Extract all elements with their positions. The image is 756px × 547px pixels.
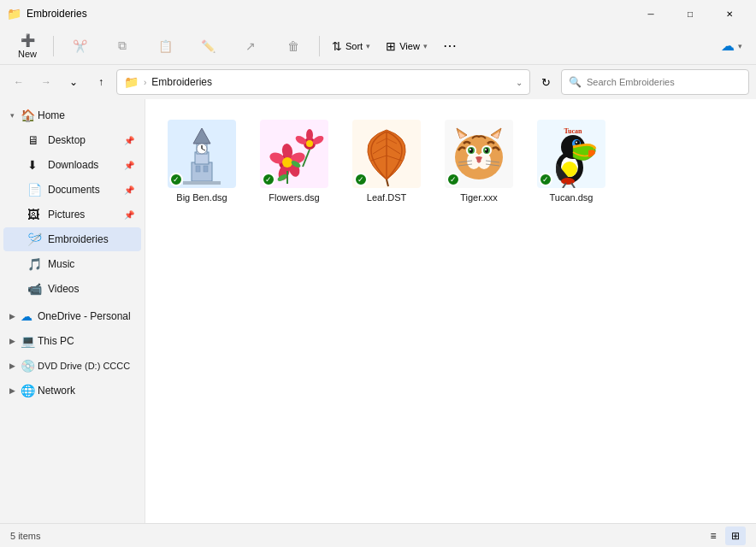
delete-button[interactable]: 🗑: [273, 31, 314, 62]
sidebar-item-downloads[interactable]: ⬇ Downloads 📌: [3, 153, 141, 177]
copy-button[interactable]: ⧉: [102, 31, 143, 62]
file-flowers[interactable]: ✓ Flowers.dsg: [251, 113, 337, 210]
maximize-button[interactable]: □: [670, 0, 710, 27]
minimize-button[interactable]: ─: [631, 0, 670, 27]
file-tucan[interactable]: Tucan ✓ Tucan.dsg: [529, 113, 614, 210]
delete-icon: 🗑: [287, 39, 299, 53]
share-icon: ↗: [245, 39, 256, 53]
sidebar-thispc-expand[interactable]: ▶ 💻 This PC: [3, 329, 141, 353]
network-expand-arrow: ▶: [7, 386, 17, 395]
home-icon: 🏠: [21, 109, 34, 122]
address-arrow-icon: ⌄: [516, 78, 523, 87]
new-label: New: [18, 49, 37, 59]
back-button[interactable]: ←: [7, 70, 31, 94]
addressbar: ← → ⌄ ↑ 📁 › Embroideries ⌄ ↻ 🔍: [0, 65, 756, 99]
svg-point-49: [470, 148, 473, 153]
app-title: Embroideries: [27, 8, 631, 20]
paste-button[interactable]: 📋: [145, 31, 186, 62]
more-icon: ⋯: [443, 38, 457, 54]
desktop-label: Desktop: [48, 134, 117, 146]
titlebar: 📁 Embroideries ─ □ ✕: [0, 0, 756, 27]
more-options-button[interactable]: ⋯: [436, 31, 464, 62]
app-icon: 📁: [7, 7, 21, 21]
search-input[interactable]: [587, 77, 741, 87]
dropdown-button[interactable]: ⌄: [62, 70, 86, 94]
music-icon: 🎵: [27, 257, 41, 271]
toolbar-sep-2: [319, 36, 320, 56]
sidebar-item-pictures[interactable]: 🖼 Pictures 📌: [3, 203, 141, 226]
refresh-button[interactable]: ↻: [534, 70, 558, 94]
sidebar-onedrive-expand[interactable]: ▶ ☁ OneDrive - Personal: [3, 304, 141, 328]
forward-button[interactable]: →: [34, 70, 58, 94]
sort-label: Sort: [346, 41, 363, 51]
grid-view-button[interactable]: ⊞: [725, 526, 746, 545]
tiger-check-badge: ✓: [446, 173, 460, 186]
svg-text:Tucan: Tucan: [564, 127, 582, 135]
desktop-pin-icon: 📌: [124, 136, 134, 145]
rename-button[interactable]: ✏️: [187, 31, 228, 62]
sidebar-item-desktop[interactable]: 🖥 Desktop 📌: [3, 128, 141, 152]
thispc-label: This PC: [38, 335, 74, 347]
sort-arrow-icon: ▾: [366, 42, 370, 50]
sidebar-item-music[interactable]: 🎵 Music: [3, 252, 141, 276]
file-leaf[interactable]: ✓ Leaf.DST: [344, 113, 429, 210]
back-icon: ←: [14, 76, 24, 88]
dvd-icon: 💿: [21, 359, 34, 373]
onedrive-sidebar-label: OneDrive - Personal: [38, 310, 131, 322]
new-button[interactable]: ➕ New: [7, 31, 48, 62]
file-tiger[interactable]: ✓ Tiger.xxx: [436, 113, 522, 210]
bigben-filename: Big Ben.dsg: [176, 191, 227, 203]
onedrive-arrow-icon: ▾: [738, 42, 742, 50]
cut-button[interactable]: ✂️: [59, 31, 100, 62]
onedrive-sidebar-icon: ☁: [21, 309, 34, 323]
list-view-icon: ≡: [710, 530, 716, 542]
paste-icon: 📋: [158, 39, 173, 53]
address-box[interactable]: 📁 › Embroideries ⌄: [116, 69, 530, 95]
sidebar-home-expand[interactable]: ▾ 🏠 Home: [3, 103, 141, 127]
svg-rect-8: [196, 166, 200, 172]
address-separator: ›: [144, 78, 146, 87]
onedrive-button[interactable]: ☁ ▾: [714, 34, 749, 57]
flowers-filename: Flowers.dsg: [269, 191, 319, 203]
onedrive-expand-arrow: ▶: [7, 312, 17, 321]
window-controls: ─ □ ✕: [631, 0, 749, 27]
embroideries-icon: 🪡: [27, 232, 41, 246]
address-path: Embroideries: [151, 76, 212, 88]
grid-view-icon: ⊞: [731, 530, 740, 542]
sidebar-item-documents[interactable]: 📄 Documents 📌: [3, 178, 141, 202]
forward-icon: →: [41, 76, 51, 88]
main-area: ▾ 🏠 Home 🖥 Desktop 📌 ⬇ Downloads 📌 📄 Doc…: [0, 99, 756, 523]
pictures-icon: 🖼: [27, 208, 41, 221]
sidebar-item-videos[interactable]: 📹 Videos: [3, 277, 141, 301]
sidebar-dvd-expand[interactable]: ▶ 💿 DVD Drive (D:) CCCC: [3, 354, 141, 378]
svg-point-52: [485, 149, 487, 150]
downloads-label: Downloads: [48, 159, 117, 171]
network-icon: 🌐: [21, 384, 34, 397]
up-button[interactable]: ↑: [89, 70, 113, 94]
sidebar-network-expand[interactable]: ▶ 🌐 Network: [3, 379, 141, 403]
view-toggle: ≡ ⊞: [703, 526, 746, 545]
cut-icon: ✂️: [73, 39, 87, 53]
list-view-button[interactable]: ≡: [703, 526, 724, 545]
up-icon: ↑: [98, 76, 103, 88]
embroideries-label: Embroideries: [48, 233, 134, 245]
dvd-expand-arrow: ▶: [7, 362, 17, 370]
sort-button[interactable]: ⇅ Sort ▾: [325, 31, 377, 62]
leaf-thumbnail: ✓: [352, 120, 421, 188]
downloads-icon: ⬇: [27, 158, 41, 172]
status-count: 5 items: [10, 531, 703, 541]
leaf-filename: Leaf.DST: [367, 191, 406, 203]
search-box[interactable]: 🔍: [561, 69, 749, 95]
svg-point-18: [282, 157, 292, 168]
close-button[interactable]: ✕: [710, 0, 749, 27]
view-button[interactable]: ⊞ View ▾: [379, 31, 434, 62]
share-button[interactable]: ↗: [230, 31, 271, 62]
svg-point-20: [306, 129, 313, 141]
tucan-thumbnail: Tucan ✓: [537, 120, 605, 188]
flowers-thumbnail: ✓: [260, 120, 328, 188]
file-bigben[interactable]: ✓ Big Ben.dsg: [159, 113, 245, 210]
leaf-check-badge: ✓: [354, 173, 368, 186]
documents-label: Documents: [48, 184, 117, 196]
desktop-icon: 🖥: [27, 133, 41, 147]
sidebar-item-embroideries[interactable]: 🪡 Embroideries: [3, 227, 141, 251]
